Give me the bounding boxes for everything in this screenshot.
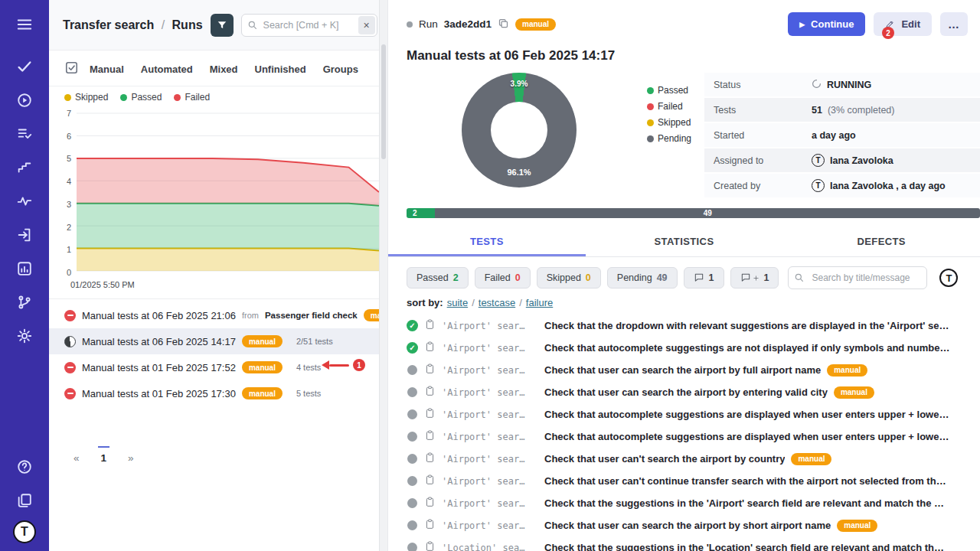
test-list-item[interactable]: 'Airport' sear… Check that autocomplete … xyxy=(388,337,980,359)
more-actions-button[interactable]: … xyxy=(940,12,968,36)
run-filter-tab[interactable]: Groups xyxy=(323,64,358,75)
test-status-icon xyxy=(407,520,417,530)
test-list-item[interactable]: 'Airport' sear… Check that user can't se… xyxy=(388,448,980,470)
sort-bar: sort by:suite/testcase/failure/ xyxy=(388,294,980,315)
legend-label: Passed xyxy=(658,85,688,96)
info-label: Tests xyxy=(714,105,812,116)
legend-item: Passed xyxy=(647,85,691,96)
chip-count: 0 xyxy=(586,272,591,283)
y-axis-tick: 5 xyxy=(67,154,71,163)
trend-chart-legend: Skipped Passed Failed xyxy=(49,86,379,107)
pagination-first[interactable]: « xyxy=(74,452,80,465)
select-runs-icon[interactable] xyxy=(64,60,79,77)
legend-label: Passed xyxy=(131,92,162,103)
docs-icon[interactable] xyxy=(9,486,40,515)
test-title: Check that user can search the airport b… xyxy=(544,364,821,376)
status-filter-chip[interactable]: Failed 0 xyxy=(475,267,531,289)
breadcrumb-project[interactable]: Transfer search xyxy=(63,18,154,31)
run-filter-tab[interactable]: Automated xyxy=(141,64,193,75)
legend-label: Skipped xyxy=(75,92,108,103)
testcase-icon xyxy=(424,429,436,444)
test-list-item[interactable]: 'Airport' sear… Check that user can sear… xyxy=(388,381,980,403)
info-row: Created by Iana Zavoloka , a day ago xyxy=(704,174,980,197)
runs-trend-chart: 76543210 xyxy=(49,107,379,277)
test-suite: 'Airport' sear… xyxy=(442,321,538,331)
runs-panel-header: Transfer search / Runs × xyxy=(49,0,379,51)
chip-count: 0 xyxy=(515,272,521,283)
y-axis: 76543210 xyxy=(49,107,77,277)
assignee-avatar[interactable] xyxy=(939,269,958,287)
info-value-text: 51 xyxy=(812,105,822,116)
runs-search-input[interactable] xyxy=(241,14,377,37)
annotation-badge-1: 1 xyxy=(353,359,365,371)
test-list-item[interactable]: 'Airport' sear… Check that user can sear… xyxy=(388,514,980,536)
test-list-item[interactable]: 'Airport' sear… Check that the suggestio… xyxy=(388,492,980,514)
pagination-last[interactable]: » xyxy=(128,452,134,465)
sort-link[interactable]: failure xyxy=(526,297,553,308)
menu-icon[interactable] xyxy=(9,10,40,39)
sort-link[interactable]: suite xyxy=(447,297,468,308)
gear-icon[interactable] xyxy=(9,321,40,350)
status-filter-chip[interactable]: Skipped 0 xyxy=(537,267,601,289)
test-suite: 'Airport' sear… xyxy=(442,365,538,376)
detail-tab[interactable]: DEFECTS xyxy=(782,228,980,256)
run-filter-tab[interactable]: Mixed xyxy=(210,64,238,75)
testcase-icon xyxy=(424,407,436,422)
progress-pending-segment: 49 xyxy=(435,208,980,218)
import-icon[interactable] xyxy=(9,220,40,249)
test-list-item[interactable]: 'Airport' sear… Check that user can't co… xyxy=(388,470,980,492)
detail-tab[interactable]: STATISTICS xyxy=(586,228,783,256)
manual-badge: manual xyxy=(834,386,874,399)
comment-filter-chip[interactable]: 1 xyxy=(730,267,779,289)
test-suite: 'Airport' sear… xyxy=(442,343,538,354)
copy-run-id-icon[interactable] xyxy=(498,18,509,31)
test-list-item[interactable]: 'Airport' sear… Check that autocomplete … xyxy=(388,403,980,425)
run-list-item[interactable]: Manual tests at 01 Feb 2025 17:30 manual… xyxy=(49,380,379,406)
test-filter-bar: Passed 2 Failed 0 Skipped 0 Pending xyxy=(388,257,980,294)
test-title: Check that autocomplete suggestions are … xyxy=(544,431,949,442)
run-list-item[interactable]: Manual tests at 06 Feb 2025 14:17 manual… xyxy=(49,328,379,354)
test-search-input[interactable] xyxy=(788,266,927,289)
clear-search-button[interactable]: × xyxy=(358,16,375,34)
run-filter-tab[interactable]: Unfinished xyxy=(255,64,306,75)
test-list-item[interactable]: 'Location' sea… Check that the suggestio… xyxy=(388,536,980,551)
play-icon[interactable] xyxy=(9,86,40,115)
status-filter-chip[interactable]: Pending 49 xyxy=(607,267,678,289)
pulse-icon[interactable] xyxy=(9,187,40,216)
legend-item: Skipped xyxy=(64,92,108,103)
chip-label: Passed xyxy=(416,272,449,283)
test-list-item[interactable]: 'Airport' sear… Check that the dropdown … xyxy=(388,315,980,337)
filter-button[interactable] xyxy=(211,14,234,37)
manual-badge: manual xyxy=(242,335,283,347)
report-icon[interactable] xyxy=(9,254,40,283)
sidebar-avatar[interactable]: T xyxy=(13,520,36,543)
continue-button[interactable]: ▶ Continue xyxy=(788,12,865,36)
checklist-icon[interactable] xyxy=(9,119,40,148)
sort-link[interactable]: testcase xyxy=(479,297,515,308)
comment-filter-chip[interactable]: 1 xyxy=(684,267,724,289)
panel-scrollbar[interactable] xyxy=(379,0,388,551)
comment-icon xyxy=(740,272,751,283)
run-id: 3ade2dd1 xyxy=(444,18,492,30)
run-info-table: Status RUNNING Tests xyxy=(704,73,980,199)
test-list-item[interactable]: 'Airport' sear… Check that autocomplete … xyxy=(388,425,980,448)
branch-icon[interactable] xyxy=(9,288,40,317)
test-list-item[interactable]: 'Airport' sear… Check that user can sear… xyxy=(388,359,980,381)
steps-icon[interactable] xyxy=(9,153,40,182)
run-list-item[interactable]: Manual tests at 06 Feb 2025 21:06 from P… xyxy=(49,302,379,328)
scrollbar-thumb[interactable] xyxy=(381,44,386,159)
status-filter-chip[interactable]: Passed 2 xyxy=(407,267,469,289)
info-label: Assigned to xyxy=(714,155,812,166)
detail-tab[interactable]: TESTS xyxy=(388,228,586,256)
run-filter-tab[interactable]: Manual xyxy=(90,64,124,75)
run-status-icon xyxy=(64,336,76,347)
y-axis-tick: 1 xyxy=(67,245,71,254)
info-value-text: a day ago xyxy=(812,130,856,141)
pagination-page-1[interactable]: 1 xyxy=(98,446,110,465)
run-title: Manual tests at 06 Feb 2025 14:17 xyxy=(82,336,236,347)
run-from-label: from xyxy=(242,311,259,320)
check-icon[interactable] xyxy=(9,52,40,81)
run-detail-panel: Run 3ade2dd1 manual ▶ Continue Edit … 2 … xyxy=(388,0,980,551)
manual-badge: manual xyxy=(827,364,867,377)
help-icon[interactable] xyxy=(9,452,40,481)
